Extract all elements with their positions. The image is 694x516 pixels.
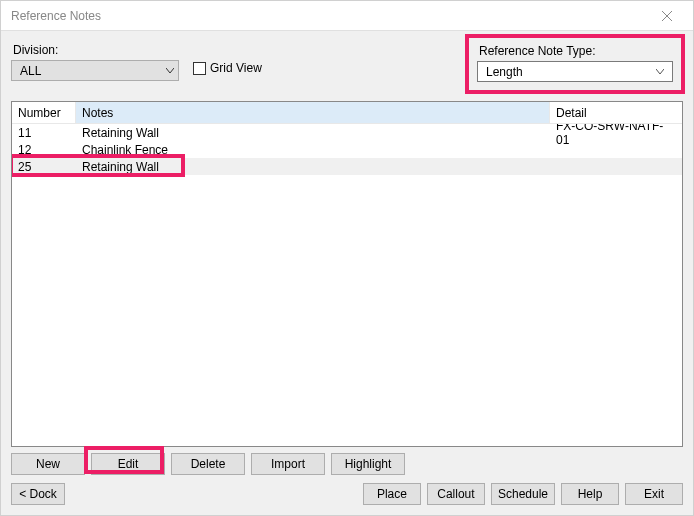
cell-notes: Retaining Wall	[76, 126, 550, 140]
notes-table: Number Notes Detail 11Retaining WallFX-C…	[11, 101, 683, 447]
table-row[interactable]: 25Retaining Wall	[12, 158, 682, 175]
help-button[interactable]: Help	[561, 483, 619, 505]
highlight-button[interactable]: Highlight	[331, 453, 405, 475]
col-header-number[interactable]: Number	[12, 102, 76, 123]
refnote-combo[interactable]: Length	[477, 61, 673, 82]
division-value: ALL	[20, 64, 166, 78]
exit-button[interactable]: Exit	[625, 483, 683, 505]
content-area: Division: ALL Grid View Reference Note T…	[1, 31, 693, 515]
cell-number: 25	[12, 160, 76, 174]
table-row[interactable]: 11Retaining WallFX-CO-SRW-NATF-01	[12, 124, 682, 141]
refnote-type-group: Reference Note Type: Length	[465, 34, 685, 94]
edit-button[interactable]: Edit	[91, 453, 165, 475]
close-button[interactable]	[645, 2, 689, 30]
division-combo[interactable]: ALL	[11, 60, 179, 81]
gridview-checkbox[interactable]: Grid View	[193, 61, 262, 75]
table-header: Number Notes Detail	[12, 102, 682, 124]
filter-row: Division: ALL Grid View Reference Note T…	[11, 39, 683, 93]
delete-button[interactable]: Delete	[171, 453, 245, 475]
callout-button[interactable]: Callout	[427, 483, 485, 505]
close-icon	[662, 11, 672, 21]
division-label: Division:	[13, 43, 179, 57]
schedule-button[interactable]: Schedule	[491, 483, 555, 505]
new-button[interactable]: New	[11, 453, 85, 475]
table-body: 11Retaining WallFX-CO-SRW-NATF-0112Chain…	[12, 124, 682, 446]
cell-detail: FX-CO-SRW-NATF-01	[550, 124, 682, 147]
refnote-value: Length	[486, 65, 652, 79]
col-header-notes[interactable]: Notes	[76, 102, 550, 123]
gridview-label: Grid View	[210, 61, 262, 75]
col-header-detail[interactable]: Detail	[550, 102, 682, 123]
checkbox-box	[193, 62, 206, 75]
cell-number: 12	[12, 143, 76, 157]
button-row-1: New Edit Delete Import Highlight	[11, 453, 683, 475]
import-button[interactable]: Import	[251, 453, 325, 475]
division-group: Division: ALL	[11, 39, 179, 81]
cell-notes: Chainlink Fence	[76, 143, 550, 157]
chevron-down-icon	[166, 68, 174, 74]
reference-notes-window: Reference Notes Division: ALL Grid V	[0, 0, 694, 516]
cell-notes: Retaining Wall	[76, 160, 550, 174]
window-title: Reference Notes	[11, 9, 645, 23]
place-button[interactable]: Place	[363, 483, 421, 505]
cell-number: 11	[12, 126, 76, 140]
chevron-down-icon	[656, 69, 664, 75]
button-row-2: < Dock Place Callout Schedule Help Exit	[11, 483, 683, 505]
refnote-label: Reference Note Type:	[479, 44, 673, 58]
dock-button[interactable]: < Dock	[11, 483, 65, 505]
titlebar: Reference Notes	[1, 1, 693, 31]
